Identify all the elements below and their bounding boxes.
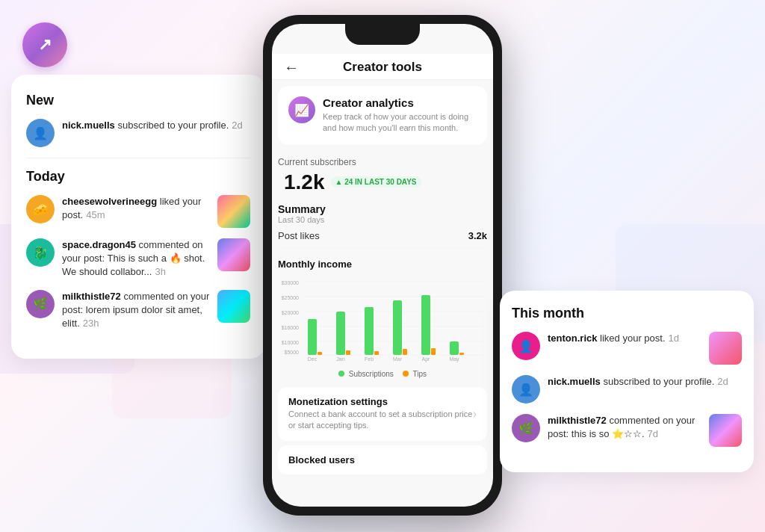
chart-section: Monthly income $30000 $25000 $20000 $160… [272,254,493,383]
svg-text:Jan: Jan [336,356,344,362]
phone-screen: ← Creator tools 📈 Creator analytics Keep… [272,24,493,507]
phone-content: ← Creator tools 📈 Creator analytics Keep… [272,24,493,507]
svg-rect-21 [431,348,436,355]
svg-text:$16000: $16000 [282,325,299,330]
svg-text:$25000: $25000 [282,295,299,300]
notif-dragon: 🐉 space.dragon45 commented on your post:… [26,238,250,279]
chart-legend: Subscriptions Tips [278,370,487,378]
svg-rect-16 [365,307,374,355]
post-likes-row: Post likes 3.2k [278,224,487,248]
legend-dot-tips [403,371,409,377]
svg-rect-13 [318,352,322,355]
monetization-row[interactable]: Monetization settings Connect a bank acc… [278,387,487,441]
summary-title: Summary [278,203,487,215]
subscribers-label: Current subscribers [278,157,487,167]
summary-section: Summary Last 30 days Post likes 3.2k [272,197,493,254]
monetization-title: Monetization settings [288,396,473,407]
notif-milk: 🌿 milkthistle72 commented on your post: … [26,290,250,331]
notif-right-nick: 👤 nick.muells subscribed to your profile… [512,375,742,403]
bar-chart: $30000 $25000 $20000 $16000 $10000 $5000 [278,274,487,364]
notif-tenton-text: tenton.rick liked your post.1d [548,332,701,345]
svg-text:$30000: $30000 [282,280,299,285]
notif-right-nick-text: nick.muells subscribed to your profile.2… [548,375,742,389]
analytics-icon: 📈 [288,96,315,123]
monetization-desc: Connect a bank account to set a subscrip… [288,409,473,432]
legend-subscriptions: Subscriptions [338,370,394,378]
notif-milk-text: milkthistle72 commented on your post: lo… [62,290,210,331]
legend-dot-subscriptions [338,371,344,377]
legend-tips: Tips [403,370,427,378]
svg-rect-19 [403,349,407,355]
subscribers-value: 1.2k [284,170,325,194]
svg-rect-12 [308,319,317,355]
avatar-milk: 🌿 [26,290,55,318]
svg-rect-15 [346,350,350,355]
svg-rect-17 [374,351,379,355]
svg-text:May: May [449,356,459,362]
notif-new-nick-text: nick.muells subscribed to your profile.2… [62,119,250,132]
analytics-header: 📈 Creator analytics Keep track of how yo… [288,96,477,134]
thumb-dragon [217,238,250,271]
avatar-right-nick: 👤 [512,375,540,403]
chart-title: Monthly income [278,259,487,270]
svg-rect-20 [421,295,430,355]
divider-new-today [26,158,250,158]
today-section-title: Today [26,169,250,185]
svg-text:$10000: $10000 [282,340,299,345]
post-likes-value: 3.2k [468,230,487,241]
blocked-users-row[interactable]: Blocked users [278,445,487,474]
phone-mockup: ← Creator tools 📈 Creator analytics Keep… [263,15,502,516]
svg-text:$20000: $20000 [282,310,299,315]
analytics-desc: Keep track of how your account is doing … [323,111,477,134]
post-likes-label: Post likes [278,230,320,241]
monetization-chevron: › [473,407,477,421]
subscribers-badge: ▲ 24 IN LAST 30 DAYS [331,176,421,188]
right-notification-card: This month 👤 tenton.rick liked your post… [500,291,754,472]
new-section-title: New [26,93,250,108]
phone-screen-title: Creator tools [343,60,422,75]
avatar-tenton: 👤 [512,332,540,360]
notif-cheese-text: cheesewolverineegg liked your post.45m [62,195,210,222]
svg-text:$5000: $5000 [285,350,300,355]
avatar-dragon: 🐉 [26,238,55,267]
svg-text:Mar: Mar [393,356,403,362]
blocked-users-title: Blocked users [288,454,477,466]
creator-analytics-card: 📈 Creator analytics Keep track of how yo… [278,86,487,145]
summary-sub: Last 30 days [278,215,487,224]
analytics-title: Creator analytics [323,96,477,109]
svg-rect-23 [459,353,464,355]
svg-rect-22 [450,341,459,355]
avatar-nick-new: 👤 [26,119,55,147]
phone-header: ← Creator tools [272,54,493,80]
thumb-tenton [709,332,742,365]
notif-cheese: 🧀 cheesewolverineegg liked your post.45m [26,195,250,228]
monetization-content: Monetization settings Connect a bank acc… [288,396,473,432]
analytics-text: Creator analytics Keep track of how your… [323,96,477,134]
svg-text:Feb: Feb [365,356,374,362]
notif-new-nick: 👤 nick.muells subscribed to your profile… [26,119,250,147]
svg-rect-18 [393,300,402,355]
notif-right-milk-text: milkthistle72 commented on your post: th… [548,414,701,441]
notif-tenton: 👤 tenton.rick liked your post.1d [512,332,742,365]
badge-icon-top-left: ↗ [22,22,67,67]
phone-notch [345,24,420,45]
this-month-title: This month [512,306,742,321]
avatar-right-milk: 🌿 [512,414,540,442]
notif-right-milk: 🌿 milkthistle72 commented on your post: … [512,414,742,447]
svg-rect-14 [336,312,345,355]
avatar-cheese: 🧀 [26,195,55,223]
phone-outer-frame: ← Creator tools 📈 Creator analytics Keep… [263,15,502,516]
svg-text:Apr: Apr [422,356,431,362]
thumb-cheese [217,195,250,228]
thumb-right-milk [709,414,742,447]
notif-dragon-text: space.dragon45 commented on your post: T… [62,238,210,279]
left-notification-card: New 👤 nick.muells subscribed to your pro… [11,75,265,359]
back-button[interactable]: ← [284,59,299,76]
svg-text:Dec: Dec [308,356,318,362]
thumb-milk [217,290,250,323]
subscribers-section: Current subscribers 1.2k ▲ 24 IN LAST 30… [272,151,493,197]
